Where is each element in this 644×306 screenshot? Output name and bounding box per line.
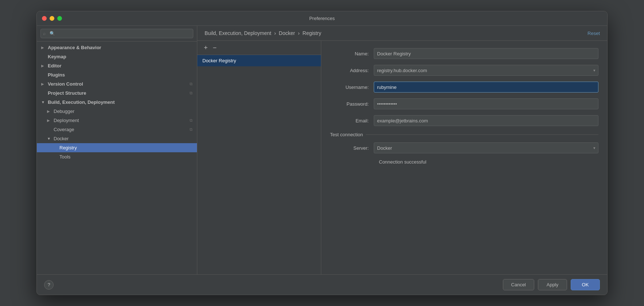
sidebar-item-label: Keymap — [48, 54, 66, 59]
sidebar-item-label: Editor — [48, 63, 62, 68]
search-bar: ⌕ — [37, 26, 197, 42]
expand-arrow-placeholder — [47, 128, 51, 132]
expand-arrow-icon: ▶ — [47, 109, 51, 113]
expand-arrow-placeholder — [41, 73, 46, 77]
expand-arrow-icon: ▼ — [41, 100, 46, 104]
server-select[interactable]: Docker Docker Machine — [374, 142, 598, 153]
sidebar-item-debugger[interactable]: ▶ Debugger — [37, 107, 197, 116]
bottom-bar: ? Cancel Apply OK — [37, 274, 607, 295]
sidebar-item-label: Build, Execution, Deployment — [48, 99, 115, 105]
username-input[interactable] — [374, 82, 598, 93]
sidebar-item-version-control[interactable]: ▶ Version Control ⧉ — [37, 79, 197, 89]
expand-arrow-placeholder — [41, 55, 46, 59]
name-label: Name: — [330, 51, 374, 56]
sidebar-item-appearance[interactable]: ▶ Appearance & Behavior — [37, 43, 197, 52]
email-input[interactable] — [374, 115, 598, 126]
center-area: + − Docker Registry Name: — [197, 41, 607, 274]
sidebar-item-label: Appearance & Behavior — [48, 45, 101, 50]
right-header: Build, Execution, Deployment › Docker › … — [197, 26, 607, 41]
copy-icon: ⧉ — [190, 118, 193, 123]
reset-button[interactable]: Reset — [587, 31, 600, 36]
sidebar-item-label: Plugins — [48, 72, 65, 78]
test-connection-section: Test connection — [330, 132, 598, 137]
sidebar-item-build[interactable]: ▼ Build, Execution, Deployment — [37, 98, 197, 107]
sidebar-item-label: Version Control — [48, 81, 83, 87]
ok-button[interactable]: OK — [571, 279, 600, 290]
sidebar-item-label: Registry — [59, 145, 77, 150]
password-input[interactable] — [374, 98, 598, 109]
address-select-wrapper: registry.hub.docker.com https://index.do… — [374, 65, 598, 76]
remove-button[interactable]: − — [211, 44, 219, 52]
sidebar-item-project-structure[interactable]: Project Structure ⧉ — [37, 89, 197, 98]
name-row: Name: — [330, 48, 598, 59]
expand-arrow-icon: ▶ — [41, 64, 46, 68]
expand-arrow-icon: ▶ — [41, 82, 46, 86]
bottom-buttons: Cancel Apply OK — [503, 279, 600, 290]
copy-icon: ⧉ — [190, 127, 193, 132]
test-connection-label: Test connection — [330, 132, 363, 137]
main-content: ⌕ ▶ Appearance & Behavior Keymap ▶ — [37, 26, 607, 274]
copy-icon: ⧉ — [190, 91, 193, 95]
sidebar-item-keymap[interactable]: Keymap — [37, 52, 197, 61]
copy-icon: ⧉ — [190, 82, 193, 86]
expand-arrow-placeholder — [41, 91, 46, 95]
breadcrumb: Build, Execution, Deployment › Docker › … — [205, 30, 321, 36]
sidebar-item-registry[interactable]: Registry — [37, 143, 197, 152]
add-button[interactable]: + — [202, 44, 210, 52]
sidebar: ⌕ ▶ Appearance & Behavior Keymap ▶ — [37, 26, 197, 274]
title-bar: Preferences — [37, 11, 607, 26]
cancel-button[interactable]: Cancel — [503, 279, 534, 290]
form-panel: Name: Address: registry.hub.docker.com h… — [321, 41, 607, 274]
breadcrumb-part3: Registry — [303, 30, 321, 36]
apply-button[interactable]: Apply — [538, 279, 567, 290]
breadcrumb-part2: Docker — [279, 30, 295, 36]
expand-arrow-icon: ▼ — [47, 137, 51, 141]
breadcrumb-sep2: › — [298, 30, 300, 36]
window-controls — [42, 16, 62, 21]
email-label: Email: — [330, 118, 374, 123]
sidebar-tree: ▶ Appearance & Behavior Keymap ▶ Editor … — [37, 42, 197, 274]
sidebar-item-plugins[interactable]: Plugins — [37, 70, 197, 79]
sidebar-item-label: Deployment — [54, 118, 79, 123]
sidebar-item-label: Tools — [59, 154, 70, 160]
registry-list: Docker Registry — [197, 55, 321, 274]
password-row: Password: — [330, 98, 598, 109]
minimize-button[interactable] — [50, 16, 54, 21]
sidebar-item-label: Coverage — [54, 127, 74, 132]
help-button[interactable]: ? — [44, 280, 54, 290]
close-button[interactable] — [42, 16, 47, 21]
maximize-button[interactable] — [57, 16, 62, 21]
list-item-label: Docker Registry — [202, 58, 236, 63]
connection-status: Connection successful — [330, 159, 598, 165]
sidebar-item-tools[interactable]: Tools — [37, 152, 197, 161]
server-label: Server: — [330, 145, 374, 151]
sidebar-item-label: Docker — [54, 136, 69, 141]
expand-arrow-icon: ▶ — [47, 118, 51, 122]
username-row: Username: — [330, 82, 598, 93]
right-panel: Build, Execution, Deployment › Docker › … — [197, 26, 607, 274]
sidebar-item-label: Debugger — [54, 109, 74, 114]
search-wrapper: ⌕ — [40, 29, 193, 38]
expand-arrow-icon: ▶ — [41, 46, 46, 50]
list-item[interactable]: Docker Registry — [197, 55, 321, 66]
password-label: Password: — [330, 101, 374, 107]
server-row: Server: Docker Docker Machine ▾ — [330, 142, 598, 153]
name-input[interactable] — [374, 48, 598, 59]
expand-arrow-placeholder — [53, 146, 57, 150]
address-row: Address: registry.hub.docker.com https:/… — [330, 65, 598, 76]
address-label: Address: — [330, 68, 374, 73]
breadcrumb-part1: Build, Execution, Deployment — [205, 30, 271, 36]
search-input[interactable] — [40, 29, 193, 38]
window-title: Preferences — [309, 16, 335, 21]
server-select-wrapper: Docker Docker Machine ▾ — [374, 142, 598, 153]
preferences-window: Preferences ⌕ ▶ Appearance & Behavior — [36, 11, 608, 295]
address-select[interactable]: registry.hub.docker.com https://index.do… — [374, 65, 598, 76]
sidebar-item-coverage[interactable]: Coverage ⧉ — [37, 125, 197, 134]
breadcrumb-sep1: › — [274, 30, 276, 36]
sidebar-item-docker[interactable]: ▼ Docker — [37, 134, 197, 143]
sidebar-item-editor[interactable]: ▶ Editor — [37, 61, 197, 70]
list-panel: + − Docker Registry — [197, 41, 321, 274]
email-row: Email: — [330, 115, 598, 126]
expand-arrow-placeholder — [53, 155, 57, 159]
sidebar-item-deployment[interactable]: ▶ Deployment ⧉ — [37, 116, 197, 125]
